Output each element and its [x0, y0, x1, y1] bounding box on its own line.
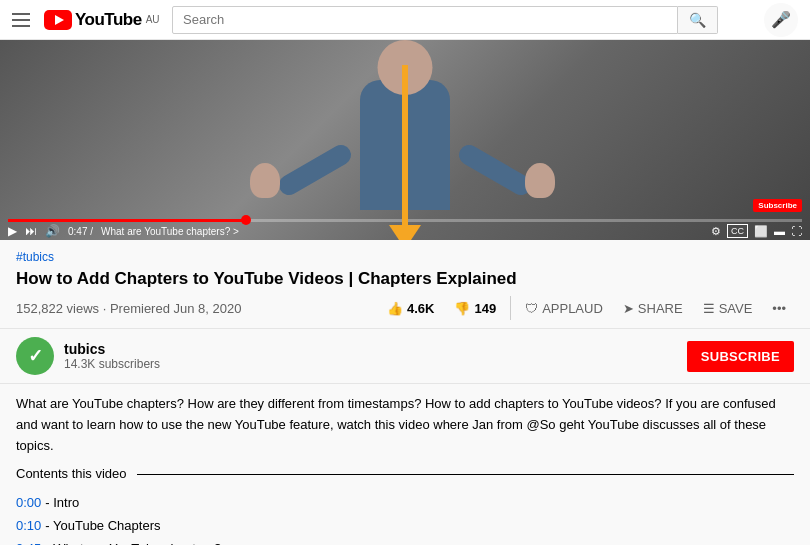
share-icon: ➤	[623, 301, 634, 316]
chapter-text: - YouTube Chapters	[45, 516, 160, 537]
hand-left	[250, 163, 280, 198]
video-player[interactable]: Subscribe ▶ ⏭ 🔊 0:47 /	[0, 40, 810, 240]
share-button[interactable]: ➤ SHARE	[615, 297, 691, 320]
mic-icon: 🎤	[771, 10, 791, 29]
video-meta-row: 152,822 views · Premiered Jun 8, 2020 👍 …	[16, 296, 794, 320]
logo-country: AU	[146, 14, 160, 25]
thumbs-down-icon: 👎	[454, 301, 470, 316]
channel-info: tubics 14.3K subscribers	[64, 341, 160, 371]
right-controls: ⚙ CC ⬜ ▬ ⛶	[711, 224, 802, 238]
chapter-label: What are YouTube chapters? >	[101, 226, 703, 237]
channel-avatar[interactable]	[16, 337, 54, 375]
applaud-icon: 🛡	[525, 301, 538, 316]
header-left: YouTubeAU	[12, 10, 172, 30]
chapter-item: 0:45 - What are YouTube chapters?	[16, 539, 794, 545]
volume-button[interactable]: 🔊	[45, 224, 60, 238]
main: Subscribe ▶ ⏭ 🔊 0:47 /	[0, 40, 810, 545]
channel-row: tubics 14.3K subscribers SUBSCRIBE	[0, 328, 810, 384]
chapter-item: 0:10 - YouTube Chapters	[16, 516, 794, 537]
header: YouTubeAU 🔍 🎤	[0, 0, 810, 40]
theater-button[interactable]: ▬	[774, 225, 785, 237]
video-tag[interactable]: #tubics	[16, 250, 794, 264]
search-input[interactable]	[172, 6, 678, 34]
description-text: What are YouTube chapters? How are they …	[16, 394, 794, 456]
more-icon: •••	[772, 301, 786, 316]
action-separator	[510, 296, 511, 320]
like-button[interactable]: 👍 4.6K	[379, 297, 442, 320]
settings-button[interactable]: ⚙	[711, 225, 721, 238]
search-button[interactable]: 🔍	[678, 6, 718, 34]
logo[interactable]: YouTubeAU	[44, 10, 160, 30]
mic-button[interactable]: 🎤	[764, 3, 798, 37]
chapters-list: 0:00 - Intro0:10 - YouTube Chapters0:45 …	[16, 493, 794, 545]
video-views: 152,822 views · Premiered Jun 8, 2020	[16, 301, 241, 316]
content-area: Subscribe ▶ ⏭ 🔊 0:47 /	[0, 40, 810, 545]
description: What are YouTube chapters? How are they …	[0, 384, 810, 545]
subscribe-button[interactable]: SUBSCRIBE	[687, 341, 794, 372]
time-display: 0:47 /	[68, 226, 93, 237]
player-controls: ▶ ⏭ 🔊 0:47 / What are YouTube chapters? …	[0, 222, 810, 240]
header-center: 🔍	[172, 6, 718, 34]
chapter-text: - Intro	[45, 493, 79, 514]
miniplayer-button[interactable]: ⬜	[754, 225, 768, 238]
channel-name[interactable]: tubics	[64, 341, 160, 357]
thumbs-up-icon: 👍	[387, 301, 403, 316]
next-button[interactable]: ⏭	[25, 224, 37, 238]
hand-right	[525, 163, 555, 198]
chapter-time-link[interactable]: 0:00	[16, 493, 41, 514]
menu-button[interactable]	[12, 13, 30, 27]
chapter-time-link[interactable]: 0:10	[16, 516, 41, 537]
video-thumbnail	[0, 40, 810, 240]
youtube-logo-icon	[44, 10, 72, 30]
video-info: #tubics How to Add Chapters to YouTube V…	[0, 240, 810, 320]
video-background: Subscribe	[0, 40, 810, 240]
more-button[interactable]: •••	[764, 297, 794, 320]
contents-divider: Contents this video	[16, 464, 794, 485]
chapter-time-link[interactable]: 0:45	[16, 539, 41, 545]
chapter-text: - What are YouTube chapters?	[45, 539, 221, 545]
chapter-item: 0:00 - Intro	[16, 493, 794, 514]
save-button[interactable]: ☰ SAVE	[695, 297, 761, 320]
subscribe-watermark: Subscribe	[753, 199, 802, 212]
divider-line	[137, 474, 794, 475]
video-actions: 👍 4.6K 👎 149 🛡 APPLAUD ➤ SHARE	[379, 296, 794, 320]
search-icon: 🔍	[689, 12, 706, 28]
contents-label: Contents this video	[16, 464, 127, 485]
video-title: How to Add Chapters to YouTube Videos | …	[16, 268, 794, 290]
channel-subscribers: 14.3K subscribers	[64, 357, 160, 371]
header-right: 🎤	[718, 3, 798, 37]
logo-text: YouTube	[75, 10, 142, 30]
save-icon: ☰	[703, 301, 715, 316]
dislike-button[interactable]: 👎 149	[446, 297, 504, 320]
cc-button[interactable]: CC	[727, 224, 748, 238]
play-button[interactable]: ▶	[8, 224, 17, 238]
applaud-button[interactable]: 🛡 APPLAUD	[517, 297, 611, 320]
fullscreen-button[interactable]: ⛶	[791, 225, 802, 237]
